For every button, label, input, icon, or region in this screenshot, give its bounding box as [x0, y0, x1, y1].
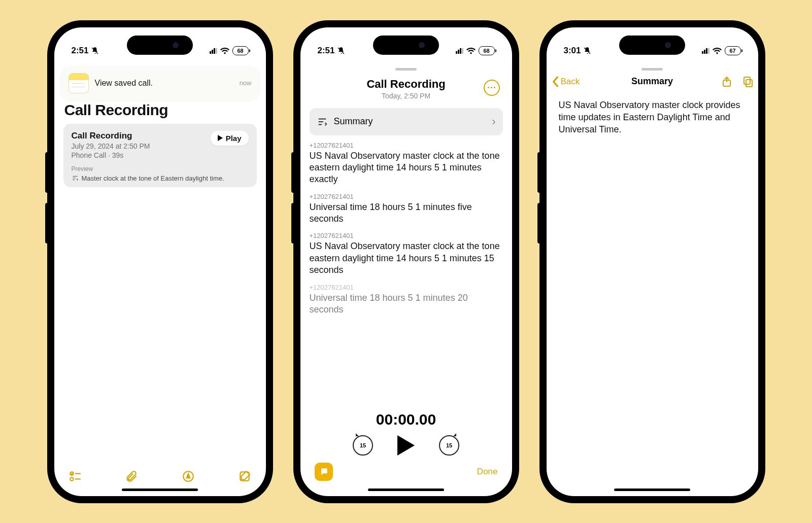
- transcript-block: +12027621401Universal time 18 hours 5 1 …: [310, 284, 503, 316]
- card-title: Call Recording: [72, 131, 150, 141]
- battery-indicator: 68: [232, 46, 249, 55]
- summary-icon: [317, 116, 328, 127]
- sheet-header: Call Recording Today, 2:50 PM: [310, 75, 503, 100]
- transcript-text: US Naval Observatory master clock at the…: [310, 150, 503, 186]
- play-label: Play: [226, 134, 242, 143]
- phone-1-frame: 2:51 68 View saved call. now Call Record…: [47, 20, 273, 503]
- chevron-right-icon: ›: [492, 115, 495, 128]
- play-icon: [218, 135, 223, 141]
- card-duration: Phone Call · 39s: [72, 151, 150, 159]
- summary-row[interactable]: Summary ›: [310, 108, 503, 135]
- preview-summary: Master clock at the tone of Eastern dayl…: [72, 175, 249, 182]
- transcript-number: +12027621401: [310, 193, 503, 200]
- playback-controls: 15 15: [310, 435, 503, 456]
- svg-point-3: [70, 477, 74, 481]
- card-date: July 29, 2024 at 2:50 PM: [72, 142, 150, 150]
- recording-title: Call Recording: [310, 78, 503, 91]
- status-time: 3:01: [564, 46, 581, 56]
- transcript-block: +12027621401Universal time 18 hours 5 1 …: [310, 193, 503, 225]
- phone-2-frame: 2:51 68 Call Recording Today, 2:50 PM Su…: [293, 20, 519, 503]
- more-options-button[interactable]: [484, 80, 500, 96]
- home-indicator[interactable]: [368, 489, 444, 491]
- nav-bar: Back Summary: [547, 73, 758, 92]
- compose-icon[interactable]: [238, 470, 251, 483]
- notes-app-icon: [69, 73, 89, 93]
- cellular-signal-icon: [456, 48, 463, 54]
- transcript-number: +12027621401: [310, 284, 503, 291]
- wifi-icon: [713, 47, 722, 54]
- preview-text: Master clock at the tone of Eastern dayl…: [82, 175, 224, 182]
- transcript-block: +12027621401US Naval Observatory master …: [310, 232, 503, 276]
- attachment-icon[interactable]: [125, 470, 138, 483]
- dynamic-island: [127, 36, 193, 55]
- markup-icon[interactable]: [182, 470, 195, 483]
- quote-icon: [319, 467, 329, 477]
- quote-button[interactable]: [315, 463, 333, 481]
- cellular-signal-icon: [210, 48, 217, 54]
- sheet-grabber[interactable]: [641, 68, 663, 71]
- transcript-scroll[interactable]: +12027621401US Naval Observatory master …: [310, 142, 503, 403]
- cellular-signal-icon: [702, 48, 709, 54]
- transcript-text: US Naval Observatory master clock at the…: [310, 240, 503, 276]
- recording-subtitle: Today, 2:50 PM: [310, 92, 503, 100]
- play-button[interactable]: Play: [211, 131, 249, 146]
- forward-15-button[interactable]: 15: [439, 435, 459, 456]
- checklist-icon[interactable]: [69, 470, 82, 483]
- phone-3-screen: 3:01 67 Back Summary US Naval Observator…: [547, 27, 758, 496]
- page-title: Summary: [631, 76, 673, 87]
- summary-body-text: US Naval Observatory master clock provid…: [547, 92, 758, 136]
- home-indicator[interactable]: [122, 489, 198, 491]
- wifi-icon: [220, 47, 229, 54]
- home-indicator[interactable]: [614, 489, 690, 491]
- summary-icon: [72, 175, 79, 182]
- transcript-text: Universal time 18 hours 5 1 minutes 20 s…: [310, 292, 503, 316]
- battery-indicator: 67: [725, 46, 741, 55]
- bottom-toolbar: [54, 470, 266, 496]
- svg-rect-11: [744, 77, 750, 84]
- transcript-text: Universal time 18 hours 5 1 minutes five…: [310, 201, 503, 225]
- page-title: Call Recording: [64, 104, 257, 119]
- silent-mode-icon: [337, 47, 345, 55]
- wifi-icon: [466, 47, 476, 54]
- done-button[interactable]: Done: [477, 467, 498, 477]
- sheet-grabber[interactable]: [395, 68, 417, 71]
- svg-rect-10: [746, 80, 752, 87]
- silent-mode-icon: [91, 47, 99, 55]
- phone-3-frame: 3:01 67 Back Summary US Naval Observator…: [539, 20, 765, 503]
- transcript-number: +12027621401: [310, 142, 503, 149]
- chevron-left-icon: [551, 76, 560, 87]
- silent-mode-icon: [583, 47, 591, 55]
- back-label: Back: [561, 77, 580, 87]
- status-time: 2:51: [318, 46, 335, 56]
- dynamic-island: [373, 36, 439, 55]
- call-recording-card[interactable]: Call Recording July 29, 2024 at 2:50 PM …: [63, 124, 257, 187]
- play-pause-button[interactable]: [397, 435, 415, 456]
- notification-title: View saved call.: [95, 79, 233, 88]
- playback-timecode: 00:00.00: [310, 411, 503, 428]
- copy-icon[interactable]: [742, 76, 754, 88]
- transcript-number: +12027621401: [310, 232, 503, 239]
- share-icon[interactable]: [721, 76, 733, 88]
- transcript-block: +12027621401US Naval Observatory master …: [310, 142, 503, 186]
- phone-1-screen: 2:51 68 View saved call. now Call Record…: [54, 27, 266, 496]
- preview-label: Preview: [72, 165, 249, 172]
- dynamic-island: [619, 36, 685, 55]
- summary-label: Summary: [334, 116, 373, 127]
- back-button[interactable]: Back: [551, 76, 580, 87]
- phone-2-screen: 2:51 68 Call Recording Today, 2:50 PM Su…: [300, 27, 512, 496]
- status-time: 2:51: [72, 46, 89, 56]
- notification-time: now: [240, 79, 252, 87]
- battery-indicator: 68: [479, 46, 495, 55]
- rewind-15-button[interactable]: 15: [353, 435, 373, 456]
- notification-banner[interactable]: View saved call. now: [60, 66, 260, 100]
